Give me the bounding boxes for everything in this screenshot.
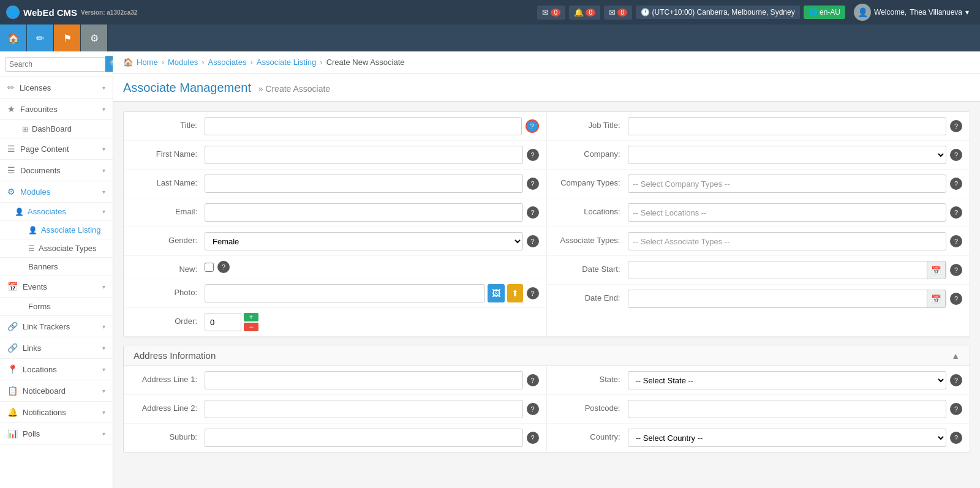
- country-select[interactable]: -- Select Country --: [628, 429, 947, 447]
- email-help-icon[interactable]: ?: [527, 206, 539, 219]
- firstname-input[interactable]: [205, 146, 523, 164]
- breadcrumb-home[interactable]: Home: [137, 58, 158, 67]
- sidebar-item-associate-listing[interactable]: 👤 Associate Listing: [0, 221, 113, 239]
- date-end-input-wrap: 📅: [628, 290, 947, 308]
- firstname-help-icon[interactable]: ?: [527, 149, 539, 161]
- settings-nav-button[interactable]: ⚙: [81, 24, 108, 51]
- address1-input[interactable]: [205, 371, 523, 389]
- state-select[interactable]: -- Select State --: [628, 371, 947, 389]
- photo-text-input[interactable]: [205, 284, 485, 302]
- suburb-help-icon[interactable]: ?: [527, 432, 539, 444]
- date-end-help-icon[interactable]: ?: [950, 293, 962, 305]
- date-start-calendar-button[interactable]: 📅: [927, 261, 946, 279]
- date-end-label: Date End:: [554, 290, 628, 302]
- sidebar-item-dashboard[interactable]: ⊞ DashBoard: [0, 120, 113, 138]
- form-two-col: Title: ? First Name: ?: [124, 112, 970, 337]
- sidebar-item-modules[interactable]: ⚙Modules ▾: [0, 181, 113, 203]
- address2-input[interactable]: [205, 400, 523, 418]
- company-control: ?: [628, 146, 963, 164]
- search-button[interactable]: 🔍: [105, 56, 113, 72]
- email-input[interactable]: [205, 203, 523, 222]
- postcode-input[interactable]: [628, 400, 947, 418]
- company-select[interactable]: [628, 146, 947, 164]
- sidebar: 🔍 ✏Licenses ▾ ★Favourites ▾ ⊞ DashBoard …: [0, 51, 113, 488]
- company-row: Company: ?: [547, 141, 970, 170]
- company-types-multiselect[interactable]: -- Select Company Types --: [628, 175, 947, 193]
- date-start-input[interactable]: [628, 263, 927, 278]
- sidebar-item-associate-types[interactable]: ☰ Associate Types: [0, 239, 113, 258]
- sidebar-label-associate-types: Associate Types: [39, 244, 96, 253]
- photo-upload-button[interactable]: ⬆: [507, 284, 523, 302]
- company-help-icon[interactable]: ?: [950, 149, 962, 161]
- suburb-input[interactable]: [205, 429, 523, 447]
- breadcrumb-modules[interactable]: Modules: [168, 58, 198, 67]
- date-start-help-icon[interactable]: ?: [950, 264, 962, 276]
- pages-nav-button[interactable]: ⚑: [54, 24, 81, 51]
- order-decrement-button[interactable]: −: [244, 323, 258, 331]
- associate-types-help-icon[interactable]: ?: [950, 235, 962, 247]
- country-control: -- Select Country -- ?: [628, 429, 963, 447]
- sidebar-item-locations[interactable]: 📍Locations ▾: [0, 359, 113, 380]
- associate-types-row: Associate Types: -- Select Associate Typ…: [547, 227, 970, 256]
- sidebar-item-links[interactable]: 🔗Links ▾: [0, 337, 113, 359]
- gender-select[interactable]: Female Male Other: [205, 232, 523, 250]
- photo-image-button[interactable]: 🖼: [488, 284, 505, 302]
- lastname-input[interactable]: [205, 175, 523, 193]
- title-input[interactable]: [205, 117, 522, 135]
- photo-help-icon[interactable]: ?: [527, 287, 539, 299]
- gender-help-icon[interactable]: ?: [527, 235, 539, 247]
- timezone-button[interactable]: 🕐 (UTC+10:00) Canberra, Melbourne, Sydne…: [636, 6, 799, 19]
- breadcrumb-listing[interactable]: Associate Listing: [257, 58, 317, 67]
- state-help-icon[interactable]: ?: [950, 374, 962, 386]
- home-nav-button[interactable]: 🏠: [0, 24, 27, 51]
- new-checkbox[interactable]: [205, 263, 214, 272]
- date-end-calendar-button[interactable]: 📅: [927, 290, 946, 308]
- sidebar-item-link-trackers[interactable]: 🔗Link Trackers ▾: [0, 316, 113, 337]
- date-end-input[interactable]: [628, 291, 927, 307]
- sidebar-label-forms: Forms: [28, 302, 51, 311]
- sidebar-item-licenses[interactable]: ✏Licenses ▾: [0, 77, 113, 99]
- address1-help-icon[interactable]: ?: [527, 374, 539, 386]
- user-button[interactable]: 👤 Welcome, Thea Villanueva ▾: [849, 1, 974, 23]
- order-input[interactable]: [205, 313, 241, 331]
- sidebar-item-favourites[interactable]: ★Favourites ▾: [0, 99, 113, 120]
- sidebar-item-notifications[interactable]: 🔔Notifications ▾: [0, 402, 113, 423]
- address-section-header: Address Information ▲: [124, 345, 970, 366]
- collapse-button[interactable]: ▲: [951, 351, 960, 361]
- new-help-icon[interactable]: ?: [217, 261, 230, 273]
- company-types-help-icon[interactable]: ?: [950, 178, 962, 190]
- order-increment-button[interactable]: +: [244, 313, 258, 321]
- sidebar-item-banners[interactable]: Banners: [0, 258, 113, 276]
- country-label: Country:: [554, 429, 628, 441]
- lastname-help-icon[interactable]: ?: [527, 178, 539, 190]
- title-help-icon[interactable]: ?: [526, 119, 539, 133]
- welcome-text: Welcome,: [874, 8, 907, 17]
- chevron-icon: ▾: [102, 84, 105, 91]
- sidebar-item-forms[interactable]: Forms: [0, 298, 113, 316]
- sidebar-item-polls[interactable]: 📊Polls ▾: [0, 423, 113, 445]
- language-button[interactable]: 🌐 en-AU: [804, 6, 845, 19]
- edit-nav-button[interactable]: ✏: [27, 24, 54, 51]
- sidebar-item-events[interactable]: 📅Events ▾: [0, 276, 113, 298]
- email-button[interactable]: ✉ 0: [537, 6, 565, 20]
- sidebar-item-associates[interactable]: 👤 Associates ▾: [0, 203, 113, 221]
- country-help-icon[interactable]: ?: [950, 432, 962, 444]
- photo-row: Photo: 🖼 ⬆ ?: [124, 279, 546, 308]
- sidebar-item-documents[interactable]: ☰Documents ▾: [0, 160, 113, 181]
- breadcrumb-associates[interactable]: Associates: [208, 58, 247, 67]
- bell-button[interactable]: 🔔 0: [569, 6, 600, 20]
- link-icon: 🔗: [7, 321, 18, 331]
- jobtitle-input[interactable]: [628, 117, 947, 135]
- sidebar-label-noticeboard: Noticeboard: [23, 386, 66, 396]
- associate-types-multiselect[interactable]: -- Select Associate Types --: [628, 232, 947, 250]
- sidebar-item-page-content[interactable]: ☰Page Content ▾: [0, 138, 113, 160]
- sidebar-item-noticeboard[interactable]: 📋Noticeboard ▾: [0, 380, 113, 402]
- postcode-help-icon[interactable]: ?: [950, 403, 962, 415]
- jobtitle-help-icon[interactable]: ?: [950, 120, 962, 132]
- search-input[interactable]: [5, 57, 105, 72]
- chat-button[interactable]: ✉ 0: [604, 6, 632, 20]
- locations-multiselect[interactable]: -- Select Locations --: [628, 203, 947, 222]
- locations-help-icon[interactable]: ?: [950, 206, 962, 219]
- address2-help-icon[interactable]: ?: [527, 403, 539, 415]
- associate-types-placeholder: -- Select Associate Types --: [633, 237, 730, 246]
